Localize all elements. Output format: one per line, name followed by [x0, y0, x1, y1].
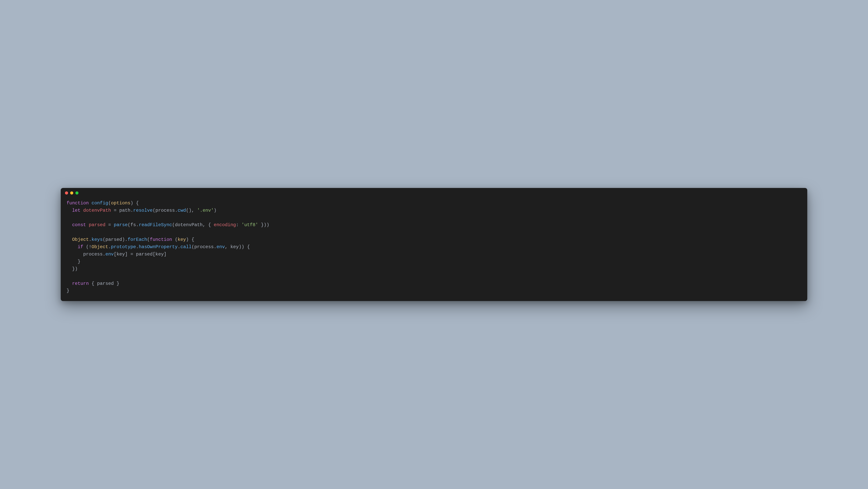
code-token: hasOwnProperty [139, 244, 178, 250]
code-token: . [175, 208, 178, 213]
code-token: parsed [89, 222, 105, 228]
code-token: . [102, 252, 105, 257]
code-token: . [136, 222, 138, 228]
code-token: , { [203, 222, 214, 228]
code-token: return [72, 281, 92, 286]
code-token: key [117, 252, 125, 257]
code-token: keys [92, 237, 103, 242]
code-token: key [155, 252, 164, 257]
code-token: }) [66, 266, 78, 271]
code-token: ( [153, 208, 155, 213]
code-token: : [236, 222, 242, 228]
code-token: ( [175, 237, 178, 242]
code-token [66, 208, 72, 213]
code-token: process [155, 208, 175, 213]
window-titlebar [61, 188, 807, 196]
code-token: encoding [214, 222, 236, 228]
code-token: { [92, 281, 97, 286]
code-token: (! [86, 244, 92, 250]
code-token: process [194, 244, 214, 250]
code-token: . [108, 244, 111, 250]
code-token: process [83, 252, 103, 257]
code-token: . [136, 244, 138, 250]
code-token: = [105, 222, 114, 228]
code-token: fs [130, 222, 136, 228]
code-token: ( [128, 222, 130, 228]
code-token: ). [122, 237, 128, 242]
code-token: . [89, 237, 91, 242]
code-token: '.env' [197, 208, 214, 213]
code-token: parsed [105, 237, 122, 242]
code-token: ( [147, 237, 150, 242]
code-token: prototype [111, 244, 136, 250]
code-token: dotenvPath [83, 208, 111, 213]
code-token: [ [114, 252, 117, 257]
code-token: } [114, 281, 119, 286]
code-token: key [178, 237, 186, 242]
code-token: } [66, 259, 81, 264]
code-token: function [66, 201, 92, 206]
close-icon[interactable] [65, 192, 68, 195]
code-token: config [92, 201, 108, 206]
code-token: Object [72, 237, 89, 242]
code-token: ( [102, 237, 105, 242]
code-token: , [225, 244, 230, 250]
code-token: ] = [125, 252, 136, 257]
code-token: ) { [186, 237, 194, 242]
code-content: function config(options) { let dotenvPat… [61, 196, 807, 301]
code-token: . [178, 244, 180, 250]
code-token: dotenvPath [175, 222, 203, 228]
code-token: 'utf8' [242, 222, 258, 228]
code-token: (), [186, 208, 197, 213]
code-token: parsed [136, 252, 153, 257]
code-token: ] [164, 252, 166, 257]
minimize-icon[interactable] [70, 192, 73, 195]
code-token [66, 222, 72, 228]
code-token: readFileSync [139, 222, 172, 228]
code-token: } [66, 288, 69, 293]
code-token: })) [258, 222, 269, 228]
code-window: function config(options) { let dotenvPat… [61, 188, 807, 301]
code-token: [ [153, 252, 155, 257]
code-token: . [130, 208, 133, 213]
code-token: ) { [130, 201, 138, 206]
code-token: let [72, 208, 83, 213]
code-token: ( [172, 222, 175, 228]
code-token: ( [191, 244, 194, 250]
code-token: const [72, 222, 89, 228]
code-token: env [105, 252, 114, 257]
code-token: Object [92, 244, 108, 250]
code-token [66, 237, 72, 242]
code-token: cwd [178, 208, 186, 213]
code-token: . [214, 244, 217, 250]
code-token: parsed [97, 281, 114, 286]
code-token: ( [108, 201, 111, 206]
code-token: resolve [133, 208, 153, 213]
code-token: env [217, 244, 225, 250]
code-token [66, 252, 83, 257]
maximize-icon[interactable] [75, 192, 79, 195]
code-token: = [111, 208, 119, 213]
code-token: parse [114, 222, 128, 228]
code-token: function [150, 237, 175, 242]
code-token [66, 281, 72, 286]
code-token: key [230, 244, 239, 250]
code-token: )) { [239, 244, 250, 250]
code-token: call [181, 244, 192, 250]
code-token: options [111, 201, 130, 206]
code-token: forEach [128, 237, 147, 242]
code-token: if [78, 244, 86, 250]
code-token [66, 244, 78, 250]
code-token: ) [214, 208, 217, 213]
code-token: path [119, 208, 130, 213]
